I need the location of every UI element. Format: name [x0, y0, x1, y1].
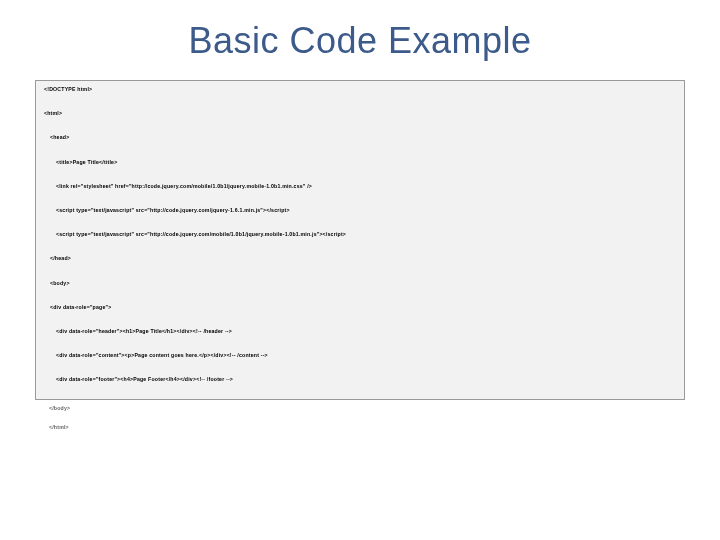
code-box: <!DOCTYPE html> <html> <head> <title>Pag… [35, 80, 685, 400]
code-line: <script type="text/javascript" src="http… [44, 232, 676, 237]
slide: Basic Code Example <!DOCTYPE html> <html… [0, 0, 720, 540]
code-line: <title>Page Title</title> [44, 160, 676, 165]
code-line: <link rel="stylesheet" href="http://code… [44, 184, 676, 189]
code-line: </html> [49, 425, 685, 430]
code-line: <html> [44, 111, 676, 116]
overflow-code: </body> </html> [35, 406, 685, 430]
code-line: <script type="text/javascript" src="http… [44, 208, 676, 213]
code-line: <body> [44, 281, 676, 286]
code-line: <!DOCTYPE html> [44, 87, 676, 92]
code-line: </body> [49, 406, 685, 411]
code-line: <div data-role="footer"><h4>Page Footer<… [44, 377, 676, 382]
code-line: <div data-role="header"><h1>Page Title</… [44, 329, 676, 334]
slide-title: Basic Code Example [35, 20, 685, 62]
code-line: </head> [44, 256, 676, 261]
code-line: <div data-role="page"> [44, 305, 676, 310]
code-line: <div data-role="content"><p>Page content… [44, 353, 676, 358]
code-line: <head> [44, 135, 676, 140]
